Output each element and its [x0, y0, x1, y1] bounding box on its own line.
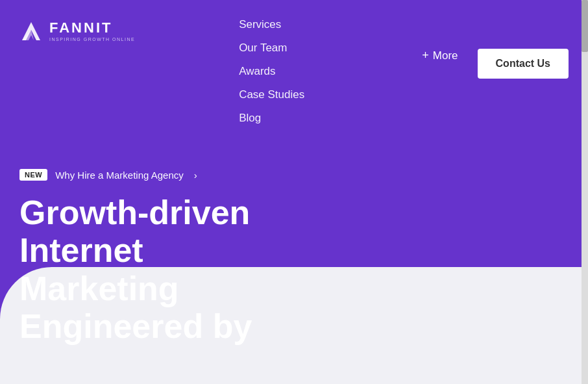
scrollbar-track[interactable]: [582, 0, 588, 384]
hero-line3: Marketing: [19, 270, 179, 307]
plus-icon: +: [422, 49, 429, 62]
page-wrapper: FANNIT INSPIRING GROWTH ONLINE Services …: [0, 0, 588, 384]
nav-links: Services Our Team Awards Case Studies Bl…: [239, 13, 304, 130]
logo-tagline: INSPIRING GROWTH ONLINE: [49, 37, 135, 42]
logo-name: FANNIT: [49, 21, 135, 35]
nav-right: + More Contact Us: [422, 49, 569, 79]
navbar: FANNIT INSPIRING GROWTH ONLINE Services …: [0, 0, 588, 143]
nav-link-services[interactable]: Services: [239, 13, 304, 36]
more-button[interactable]: + More: [422, 49, 458, 62]
hero-line2: Internet: [19, 231, 143, 269]
more-label: More: [433, 49, 458, 62]
badge-text: Why Hire a Marketing Agency: [55, 170, 184, 181]
nav-link-our-team[interactable]: Our Team: [239, 36, 304, 60]
new-badge: NEW: [19, 169, 47, 181]
hero-heading: Growth-driven Internet Marketing Enginee…: [19, 194, 252, 345]
hero-content: NEW Why Hire a Marketing Agency › Growth…: [19, 169, 252, 345]
contact-us-button[interactable]: Contact Us: [478, 49, 569, 79]
nav-link-blog[interactable]: Blog: [239, 107, 304, 130]
hero-line1: Growth-driven: [19, 194, 250, 231]
logo[interactable]: FANNIT INSPIRING GROWTH ONLINE: [19, 19, 135, 43]
logo-icon: [19, 19, 43, 43]
nav-link-case-studies[interactable]: Case Studies: [239, 83, 304, 107]
logo-text: FANNIT INSPIRING GROWTH ONLINE: [49, 21, 135, 42]
badge-arrow-icon: ›: [194, 170, 197, 181]
hero-line4: Engineered by: [19, 307, 252, 345]
new-badge-row: NEW Why Hire a Marketing Agency ›: [19, 169, 252, 181]
nav-link-awards[interactable]: Awards: [239, 60, 304, 83]
scrollbar-thumb[interactable]: [582, 0, 588, 52]
